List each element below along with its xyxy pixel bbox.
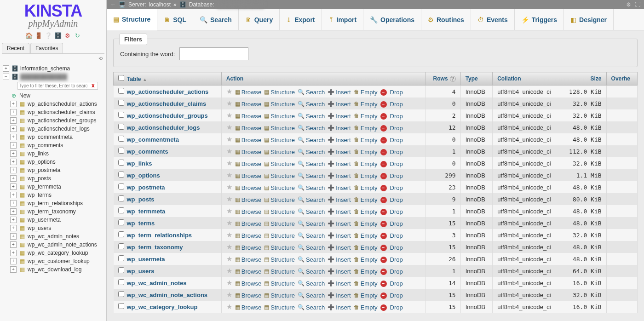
empty-link[interactable]: 🗑Empty: [354, 256, 378, 263]
table-name[interactable]: wp_actionscheduler_groups: [127, 112, 208, 119]
browse-link[interactable]: ▦Browse: [235, 208, 261, 215]
insert-link[interactable]: ➕Insert: [328, 292, 351, 299]
table-name[interactable]: wp_term_relationships: [127, 232, 192, 239]
structure-link[interactable]: ▤Structure: [264, 101, 295, 108]
insert-link[interactable]: ➕Insert: [328, 89, 351, 96]
empty-link[interactable]: 🗑Empty: [354, 280, 378, 287]
search-link[interactable]: 🔍Search: [298, 101, 325, 108]
tree-table[interactable]: +▦wp_actionscheduler_claims: [2, 108, 104, 116]
expand-icon[interactable]: +: [10, 142, 17, 149]
expand-icon[interactable]: +: [10, 159, 17, 165]
expand-icon[interactable]: +: [10, 200, 17, 206]
tree-table[interactable]: +▦wp_actionscheduler_logs: [2, 125, 104, 133]
tree-table[interactable]: +▦wp_comments: [2, 141, 104, 149]
tree-filter-input[interactable]: [17, 82, 98, 90]
table-name[interactable]: wp_links: [127, 160, 152, 167]
insert-link[interactable]: ➕Insert: [328, 220, 351, 227]
back-icon[interactable]: ←: [110, 1, 116, 8]
favorite-icon[interactable]: ★: [226, 195, 235, 203]
insert-link[interactable]: ➕Insert: [328, 196, 351, 203]
row-checkbox[interactable]: [118, 112, 124, 118]
structure-link[interactable]: ▤Structure: [264, 160, 295, 167]
expand-icon[interactable]: +: [10, 250, 17, 256]
expand-icon[interactable]: +: [10, 266, 17, 273]
drop-link[interactable]: −Drop: [380, 268, 403, 275]
structure-link[interactable]: ▤Structure: [264, 172, 295, 179]
row-checkbox[interactable]: [118, 255, 124, 261]
drop-link[interactable]: −Drop: [380, 89, 403, 96]
insert-link[interactable]: ➕Insert: [328, 280, 351, 287]
tree-table[interactable]: +▦wp_term_taxonomy: [2, 207, 104, 216]
empty-link[interactable]: 🗑Empty: [354, 184, 378, 191]
structure-link[interactable]: ▤Structure: [264, 232, 295, 239]
row-checkbox[interactable]: [118, 303, 124, 309]
expand-icon[interactable]: +: [10, 150, 17, 157]
drop-link[interactable]: −Drop: [380, 304, 403, 311]
drop-link[interactable]: −Drop: [380, 292, 403, 299]
drop-link[interactable]: −Drop: [380, 149, 403, 155]
insert-link[interactable]: ➕Insert: [328, 113, 351, 120]
collapse-icon[interactable]: ⟲: [0, 54, 106, 63]
expand-icon[interactable]: +: [10, 233, 17, 240]
nav-query[interactable]: 🗎Query: [239, 9, 280, 30]
favorite-icon[interactable]: ★: [226, 219, 235, 227]
expand-icon[interactable]: +: [10, 192, 17, 198]
drop-link[interactable]: −Drop: [380, 232, 403, 239]
favorite-icon[interactable]: ★: [226, 243, 235, 251]
tree-table[interactable]: +▦wp_links: [2, 149, 104, 158]
help-icon[interactable]: ?: [450, 76, 456, 82]
favorite-icon[interactable]: ★: [226, 111, 235, 119]
favorite-icon[interactable]: ★: [226, 87, 235, 95]
insert-link[interactable]: ➕Insert: [328, 137, 351, 143]
browse-link[interactable]: ▦Browse: [235, 268, 261, 275]
search-link[interactable]: 🔍Search: [298, 113, 325, 120]
nav-events[interactable]: ⏱Events: [471, 9, 515, 30]
expand-icon[interactable]: +: [3, 65, 9, 72]
clear-icon[interactable]: x: [92, 82, 95, 89]
browse-link[interactable]: ▦Browse: [235, 113, 261, 120]
empty-link[interactable]: 🗑Empty: [354, 137, 378, 143]
row-checkbox[interactable]: [118, 231, 124, 237]
table-name[interactable]: wp_term_taxonomy: [127, 244, 183, 251]
tree-new[interactable]: ⊕ New: [2, 92, 104, 100]
browse-link[interactable]: ▦Browse: [235, 196, 261, 203]
table-name[interactable]: wp_commentmeta: [127, 136, 179, 143]
table-name[interactable]: wp_usermeta: [127, 256, 165, 263]
table-name[interactable]: wp_wc_admin_note_actions: [127, 292, 208, 298]
col-table[interactable]: Table▲: [114, 72, 222, 86]
expand-icon[interactable]: +: [10, 183, 17, 190]
empty-link[interactable]: 🗑Empty: [354, 125, 378, 132]
expand-icon[interactable]: +: [10, 258, 17, 264]
tab-favorites[interactable]: Favorites: [30, 43, 63, 53]
empty-link[interactable]: 🗑Empty: [354, 172, 378, 179]
browse-link[interactable]: ▦Browse: [235, 89, 261, 96]
settings-icon[interactable]: ⚙: [64, 32, 71, 39]
table-name[interactable]: wp_posts: [127, 196, 155, 203]
structure-link[interactable]: ▤Structure: [264, 196, 295, 203]
tree-table[interactable]: +▦wp_wc_category_lookup: [2, 249, 104, 257]
search-link[interactable]: 🔍Search: [298, 256, 325, 263]
db-name[interactable]: ████████████: [217, 1, 264, 8]
empty-link[interactable]: 🗑Empty: [354, 304, 378, 311]
row-checkbox[interactable]: [118, 279, 124, 285]
favorite-icon[interactable]: ★: [226, 147, 235, 155]
search-link[interactable]: 🔍Search: [298, 208, 325, 215]
fullscreen-icon[interactable]: ⛶: [635, 1, 640, 8]
col-size[interactable]: Size: [561, 72, 606, 86]
drop-link[interactable]: −Drop: [380, 208, 403, 215]
empty-link[interactable]: 🗑Empty: [354, 208, 378, 215]
table-name[interactable]: wp_postmeta: [127, 184, 165, 191]
table-name[interactable]: wp_actionscheduler_logs: [127, 124, 200, 131]
favorite-icon[interactable]: ★: [226, 99, 235, 107]
row-checkbox[interactable]: [118, 124, 124, 130]
drop-link[interactable]: −Drop: [380, 125, 403, 132]
drop-link[interactable]: −Drop: [380, 196, 403, 203]
empty-link[interactable]: 🗑Empty: [354, 268, 378, 275]
favorite-icon[interactable]: ★: [226, 279, 235, 287]
structure-link[interactable]: ▤Structure: [264, 113, 295, 120]
expand-icon[interactable]: +: [10, 134, 17, 140]
row-checkbox[interactable]: [118, 160, 124, 166]
insert-link[interactable]: ➕Insert: [328, 244, 351, 251]
insert-link[interactable]: ➕Insert: [328, 232, 351, 239]
insert-link[interactable]: ➕Insert: [328, 184, 351, 191]
